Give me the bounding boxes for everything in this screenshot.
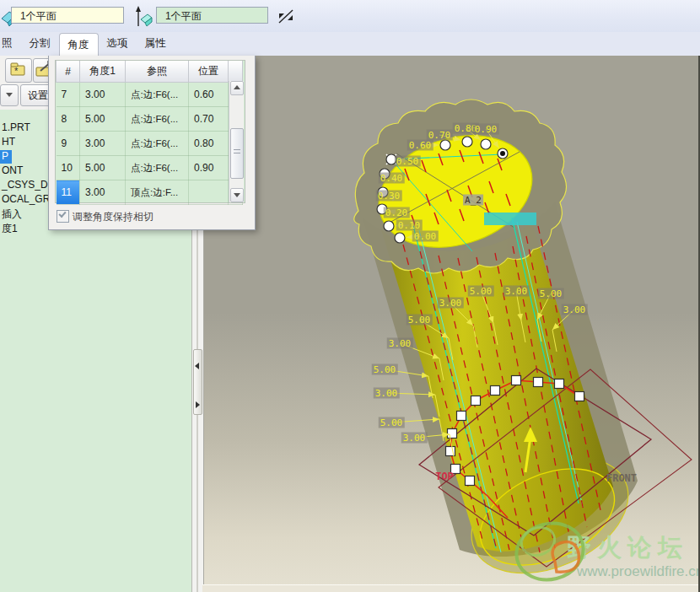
table-cell[interactable]: 10 <box>57 156 80 180</box>
angle-panel: #角度1参照位置 73.00点:边:F6(...0.6085.00点:边:F6(… <box>48 56 256 230</box>
column-header-3[interactable]: 位置 <box>189 61 229 83</box>
table-row[interactable]: 113.00顶点:边:F... <box>57 180 243 205</box>
tangent-checkbox[interactable] <box>57 210 69 223</box>
expand-right-icon[interactable] <box>196 401 200 408</box>
tab-1[interactable]: 分割 <box>21 32 59 55</box>
tab-strip: 照分割角度选项属性 <box>0 32 700 56</box>
column-header-2[interactable]: 参照 <box>126 61 189 83</box>
tab-0[interactable]: 照 <box>0 32 21 55</box>
table-row[interactable]: 93.00点:边:F6(...0.80 <box>57 132 243 156</box>
scroll-up-button[interactable] <box>230 81 244 95</box>
status-strip <box>202 584 698 592</box>
table-row[interactable]: 73.00点:边:F6(...0.60 <box>57 83 243 107</box>
angle-table-wrap: #角度1参照位置 73.00点:边:F6(...0.6085.00点:边:F6(… <box>55 60 245 203</box>
tree-item[interactable]: P <box>0 150 12 164</box>
table-cell[interactable]: 点:边:F6(... <box>126 156 189 180</box>
column-header-0[interactable]: # <box>57 61 80 83</box>
draft-surface-collector[interactable] <box>11 7 124 24</box>
collapse-left-icon[interactable] <box>195 363 199 369</box>
table-cell[interactable]: 7 <box>57 83 80 107</box>
table-cell[interactable]: 3.00 <box>80 180 126 205</box>
tree-dropdown-button[interactable] <box>0 84 19 106</box>
tab-4[interactable]: 属性 <box>137 32 175 55</box>
3d-viewport[interactable] <box>202 56 698 592</box>
table-cell[interactable] <box>189 180 229 205</box>
table-row[interactable]: 105.00点:边:F6(...0.90 <box>57 156 243 180</box>
angle-table: #角度1参照位置 73.00点:边:F6(...0.6085.00点:边:F6(… <box>56 61 243 205</box>
watermark-title: 野火论坛 <box>567 531 688 565</box>
table-cell[interactable]: 点:边:F6(... <box>126 132 189 156</box>
table-cell[interactable]: 3.00 <box>80 132 126 156</box>
table-cell[interactable]: 顶点:边:F... <box>126 180 189 205</box>
dashboard-bar <box>0 0 700 32</box>
tab-2[interactable]: 角度 <box>59 33 99 56</box>
tree-filter-button[interactable]: * <box>5 58 32 83</box>
flip-direction-icon[interactable] <box>276 7 296 27</box>
table-scrollbar[interactable] <box>229 81 244 202</box>
table-cell[interactable]: 0.70 <box>189 107 229 132</box>
table-cell[interactable]: 9 <box>57 132 80 156</box>
table-cell[interactable]: 8 <box>57 107 80 132</box>
scroll-thumb[interactable] <box>230 128 244 179</box>
table-cell[interactable]: 0.60 <box>189 83 229 107</box>
table-cell[interactable]: 3.00 <box>80 83 126 107</box>
table-cell[interactable]: 5.00 <box>80 156 126 180</box>
table-cell[interactable]: 点:边:F6(... <box>126 107 189 132</box>
pull-direction-collector[interactable] <box>156 7 268 24</box>
column-header-4[interactable] <box>229 61 243 83</box>
pull-direction-icon <box>132 4 154 28</box>
table-cell[interactable]: 5.00 <box>80 107 126 132</box>
table-cell[interactable]: 0.80 <box>189 132 229 156</box>
table-cell[interactable]: 11 <box>57 180 80 205</box>
application-window: A_2 TOP FRONT 5.003.005.003.003.005.003.… <box>0 0 700 592</box>
table-row[interactable]: 85.00点:边:F6(...0.70 <box>57 107 243 132</box>
table-cell[interactable]: 点:边:F6(... <box>126 83 189 107</box>
column-header-1[interactable]: 角度1 <box>80 61 126 83</box>
scroll-down-button[interactable] <box>230 188 244 202</box>
tangent-checkbox-label: 调整角度保持相切 <box>73 210 153 224</box>
watermark-url: www.proewildfire.cn <box>577 563 700 580</box>
tab-3[interactable]: 选项 <box>99 32 137 55</box>
table-cell[interactable]: 0.90 <box>189 156 229 180</box>
svg-text:*: * <box>14 66 19 76</box>
